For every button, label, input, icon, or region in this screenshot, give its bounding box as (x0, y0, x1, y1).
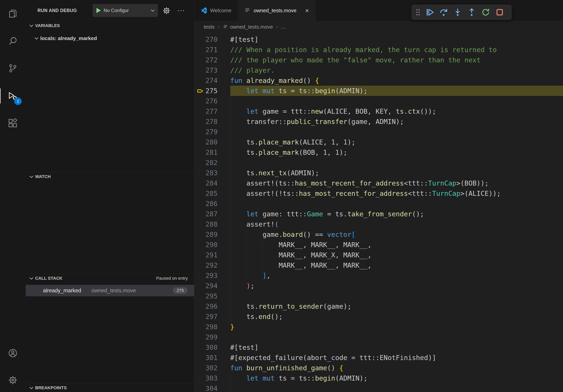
code-text[interactable]: transfer::public_transfer(game, ADMIN); (230, 117, 563, 127)
code-line[interactable]: 272/// the player who made the "false" m… (194, 55, 563, 65)
code-text[interactable]: /// When a position is already marked, t… (230, 45, 563, 55)
step-over-button[interactable] (436, 6, 450, 19)
section-variables[interactable]: VARIABLES (26, 21, 194, 30)
code-line[interactable]: 285 assert!(!ts::has_most_recent_for_add… (194, 188, 563, 198)
code-line[interactable]: 270#[test] (194, 34, 563, 45)
close-tab-icon[interactable]: × (305, 7, 309, 14)
restart-button[interactable] (479, 6, 493, 19)
code-text[interactable]: ); (230, 281, 563, 291)
variables-scope-locals[interactable]: locals: already_marked (26, 34, 194, 43)
line-number-gutter[interactable]: 301 (194, 353, 230, 363)
step-out-button[interactable] (465, 6, 479, 19)
line-number-gutter[interactable]: 302 (194, 363, 230, 373)
code-line[interactable]: 304 (194, 383, 563, 392)
activity-accounts[interactable] (0, 344, 26, 363)
activity-source-control[interactable] (0, 59, 26, 78)
line-number-gutter[interactable]: 272 (194, 55, 230, 65)
code-line[interactable]: 283 ts.next_tx(ADMIN); (194, 168, 563, 178)
toolbar-drag-handle[interactable] (413, 6, 422, 19)
code-text[interactable]: ts.place_mark(ALICE, 1, 1); (230, 137, 563, 147)
line-number-gutter[interactable]: 289 (194, 229, 230, 240)
line-number-gutter[interactable]: 291 (194, 250, 230, 260)
code-line[interactable]: 276 (194, 96, 563, 106)
line-number-gutter[interactable]: 299 (194, 332, 230, 342)
line-number-gutter[interactable]: 287 (194, 209, 230, 219)
code-line[interactable]: 298} (194, 322, 563, 332)
code-line[interactable]: 277 let game = ttt::new(ALICE, BOB, KEY,… (194, 106, 563, 117)
code-line[interactable]: 297 ts.end(); (194, 312, 563, 322)
code-text[interactable]: #[test] (230, 34, 563, 45)
code-text[interactable]: fun already_marked() { (230, 75, 563, 86)
code-text[interactable]: ts.next_tx(ADMIN); (230, 168, 563, 178)
line-number-gutter[interactable]: 303 (194, 373, 230, 383)
activity-run-and-debug[interactable]: 1 (0, 86, 26, 105)
code-text[interactable]: let mut ts = ts::begin(ADMIN); (230, 86, 563, 96)
start-debug-icon[interactable] (95, 7, 102, 14)
line-number-gutter[interactable]: 300 (194, 342, 230, 353)
code-text[interactable] (230, 127, 563, 137)
line-number-gutter[interactable]: 284 (194, 178, 230, 188)
debug-settings-button[interactable] (161, 6, 172, 16)
code-text[interactable]: /// the player who made the "false" move… (230, 55, 563, 65)
line-number-gutter[interactable]: 283 (194, 168, 230, 178)
line-number-gutter[interactable]: 279 (194, 127, 230, 137)
code-text[interactable]: assert!( (230, 219, 563, 229)
code-text[interactable] (230, 383, 563, 392)
line-number-gutter[interactable]: 295 (194, 291, 230, 301)
code-text[interactable] (230, 96, 563, 106)
code-line[interactable]: 284 assert!(ts::has_most_recent_for_addr… (194, 178, 563, 188)
code-line[interactable]: 282 (194, 157, 563, 168)
line-number-gutter[interactable]: 274 (194, 75, 230, 86)
line-number-gutter[interactable]: 275 (194, 86, 230, 96)
code-line[interactable]: 299 (194, 332, 563, 342)
code-text[interactable]: let game: ttt::Game = ts.take_from_sende… (230, 209, 563, 219)
breadcrumb-file[interactable]: owned_tests.move (223, 24, 273, 30)
code-line[interactable]: 300#[test] (194, 342, 563, 353)
code-line[interactable]: 286 (194, 198, 563, 209)
step-into-button[interactable] (450, 6, 465, 19)
code-text[interactable] (230, 157, 563, 168)
line-number-gutter[interactable]: 297 (194, 312, 230, 322)
code-text[interactable] (230, 198, 563, 209)
code-line[interactable]: 274fun already_marked() { (194, 75, 563, 86)
activity-extensions[interactable] (0, 114, 26, 133)
tab-owned-tests[interactable]: owned_tests.move × (238, 0, 316, 21)
code-text[interactable]: MARK__, MARK__, MARK__, (230, 260, 563, 270)
code-text[interactable]: let mut ts = ts::begin(ADMIN); (230, 373, 563, 383)
code-text[interactable]: } (230, 322, 563, 332)
code-line[interactable]: 288 assert!( (194, 219, 563, 229)
section-watch[interactable]: WATCH (26, 172, 194, 181)
more-actions-button[interactable]: ··· (176, 5, 187, 16)
code-text[interactable]: game.board() == vector[ (230, 229, 563, 240)
code-line[interactable]: 301#[expected_failure(abort_code = ttt::… (194, 353, 563, 363)
line-number-gutter[interactable]: 292 (194, 260, 230, 270)
tab-welcome[interactable]: Welcome (194, 0, 238, 21)
code-text[interactable] (230, 291, 563, 301)
code-text[interactable]: fun burn_unfinished_game() { (230, 363, 563, 373)
code-line[interactable]: 302fun burn_unfinished_game() { (194, 363, 563, 373)
line-number-gutter[interactable]: 280 (194, 137, 230, 147)
activity-search[interactable] (0, 32, 26, 51)
code-text[interactable]: /// player. (230, 65, 563, 75)
code-line[interactable]: 293 ], (194, 270, 563, 281)
line-number-gutter[interactable]: 276 (194, 96, 230, 106)
code-line[interactable]: 280 ts.place_mark(ALICE, 1, 1); (194, 137, 563, 147)
code-area[interactable]: 270#[test]271/// When a position is alre… (194, 33, 563, 392)
code-line[interactable]: 292 MARK__, MARK__, MARK__, (194, 260, 563, 270)
line-number-gutter[interactable]: 288 (194, 219, 230, 229)
activity-explorer[interactable] (0, 4, 26, 23)
line-number-gutter[interactable]: 290 (194, 240, 230, 250)
code-line[interactable]: 296 ts.return_to_sender(game); (194, 301, 563, 312)
code-text[interactable]: ts.end(); (230, 312, 563, 322)
code-line[interactable]: 275 let mut ts = ts::begin(ADMIN); (194, 86, 563, 96)
code-text[interactable] (230, 332, 563, 342)
continue-button[interactable] (422, 6, 436, 19)
code-text[interactable]: #[test] (230, 342, 563, 353)
line-number-gutter[interactable]: 273 (194, 65, 230, 75)
line-number-gutter[interactable]: 296 (194, 301, 230, 312)
code-text[interactable]: assert!(!ts::has_most_recent_for_address… (230, 188, 563, 198)
code-line[interactable]: 294 ); (194, 281, 563, 291)
code-text[interactable]: MARK__, MARK__, MARK__, (230, 240, 563, 250)
breadcrumb-symbol[interactable]: … (281, 24, 286, 30)
code-text[interactable]: ts.return_to_sender(game); (230, 301, 563, 312)
